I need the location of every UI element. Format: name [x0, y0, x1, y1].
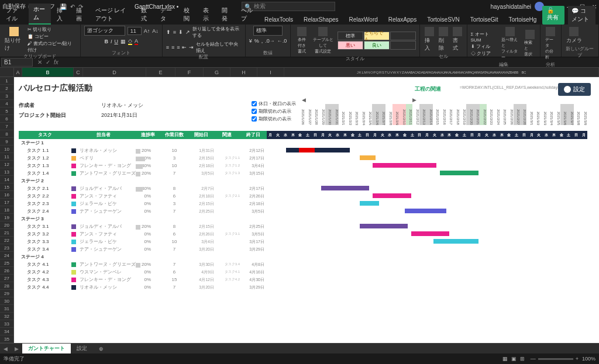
column-headers[interactable]: A B C D E F G H I J K L M N O P Q R S T …	[0, 68, 599, 77]
tab-insert[interactable]: 挿入	[52, 5, 70, 25]
share-button[interactable]: 🔓 共有	[542, 6, 564, 25]
table-row[interactable]: タスク 3.2アンス・ファティ0%62月26日タスク3.13月5日	[19, 230, 587, 238]
table-row[interactable]: タスク 1.4アントワーヌ・グリエーズ20%73月5日タスク1.33月15日	[19, 169, 587, 177]
tab-file[interactable]: ファイル	[1, 5, 27, 25]
insert-cells-button[interactable]: 挿入	[424, 26, 435, 53]
worksheet[interactable]: 1234567891011121314151617181920212223242…	[0, 77, 599, 351]
tab-relaxshapes[interactable]: RelaxShapes	[299, 15, 343, 25]
sheet-nav-next[interactable]: ▶	[11, 346, 22, 352]
tab-relaxword[interactable]: RelaxWord	[345, 15, 383, 25]
copy-button[interactable]: 📋 コピー	[27, 33, 77, 40]
table-row[interactable]: タスク 4.4リオネル・メッシ0%73月20日3月29日	[19, 283, 587, 291]
inc-decimal-icon[interactable]: .0→	[265, 38, 275, 44]
table-row[interactable]: タスク 2.2アンス・ファティ0%62月18日タスク2.12月26日	[19, 192, 587, 200]
comment-button[interactable]: 💬 コメント	[568, 6, 595, 25]
tab-relaxtools[interactable]: RelaxTools	[260, 15, 298, 25]
format-table-button[interactable]: テーブルとして 書式設定	[311, 26, 335, 56]
format-painter-button[interactable]: 🖌 書式のコピー/貼り付け	[27, 40, 77, 53]
zoom-out-icon[interactable]: —	[531, 356, 536, 362]
table-row[interactable]: タスク 3.4テア・シュテーゲン0%73月20日3月29日	[19, 245, 587, 253]
bold-button[interactable]: B	[104, 39, 108, 44]
cancel-fx-icon[interactable]: ✕	[37, 59, 42, 65]
italic-button[interactable]: I	[111, 39, 112, 44]
tab-formulas[interactable]: 数式	[136, 5, 154, 25]
table-row[interactable]: ステージ 3	[19, 215, 587, 223]
dec-decimal-icon[interactable]: ←.0	[277, 38, 287, 44]
format-cells-button[interactable]: 書式	[452, 26, 463, 53]
tab-relaxapps[interactable]: RelaxApps	[384, 15, 421, 25]
tab-hg[interactable]: TortoiseHg	[504, 15, 542, 25]
align-top-icon[interactable]: ⬆	[166, 29, 171, 35]
zoom-in-icon[interactable]: +	[576, 356, 579, 362]
tab-svn[interactable]: TortoiseSVN	[422, 15, 464, 25]
font-size-dropdown[interactable]: 11	[128, 27, 142, 35]
zoom-slider[interactable]	[538, 358, 573, 360]
sheet-nav-prev[interactable]: ◀	[0, 346, 11, 352]
name-box[interactable]: B1	[1, 58, 33, 67]
view-break-icon[interactable]: ⊞	[520, 356, 525, 362]
settings-button[interactable]: 設定	[558, 83, 591, 96]
decrease-font-icon[interactable]: A↓	[152, 28, 159, 34]
ok-fx-icon[interactable]: ✓	[46, 59, 50, 65]
tab-layout[interactable]: ページ レイアウト	[91, 5, 136, 25]
align-right-icon[interactable]: ≡	[177, 44, 180, 50]
table-row[interactable]: ステージ 4	[19, 253, 587, 261]
date-next-icon[interactable]: ▶	[412, 97, 416, 103]
analyze-button[interactable]: データ の分析	[544, 26, 557, 61]
border-button[interactable]: ▦	[121, 39, 126, 44]
currency-icon[interactable]: ¥	[249, 38, 252, 44]
table-row[interactable]: タスク 2.3ジェラール・ピケ0%32月15日2月18日	[19, 200, 587, 207]
cut-button[interactable]: ✂ 切り取り	[27, 26, 77, 33]
user-menu[interactable]: hayashidataihei	[491, 2, 545, 11]
table-row[interactable]: タスク 3.1ジョルディ・アルバ20%82月15日2月25日	[19, 223, 587, 230]
check-overdue1[interactable]: 期限切れの表示	[252, 108, 296, 115]
row-headers[interactable]: 1234567891011121314151617181920212223242…	[0, 77, 14, 351]
table-row[interactable]: タスク 1.1リオネル・メッシ20%101月31日2月12日	[19, 147, 587, 154]
orientation-icon[interactable]: ↗	[185, 29, 190, 35]
table-row[interactable]: タスク 3.3ジェラール・ピケ0%103月4日3月17日	[19, 238, 587, 245]
table-row[interactable]: タスク 1.3フレンキー・デ・ヨング30%102月18日タスク1.23月4日	[19, 162, 587, 169]
check-holidays[interactable]: 休日・祝日の表示	[252, 100, 296, 107]
font-color-button[interactable]: A	[135, 38, 138, 45]
camera-button[interactable]: カメラ	[565, 26, 583, 46]
tab-draw[interactable]: 描画	[71, 5, 89, 25]
tab-git[interactable]: TortoiseGit	[466, 15, 503, 25]
sheet-tab-settings[interactable]: 設定	[71, 344, 93, 353]
table-row[interactable]: タスク 4.2ウスマン・デンベレ0%64月9日タスク4.14月16日	[19, 268, 587, 276]
date-prev-icon[interactable]: ◀	[302, 97, 306, 103]
table-row[interactable]: タスク 1.2ペドリ40%32月15日タスク1.12月17日	[19, 154, 587, 162]
increase-font-icon[interactable]: A↑	[144, 28, 150, 34]
zoom-level[interactable]: 100%	[582, 356, 595, 362]
underline-button[interactable]: U	[114, 39, 118, 44]
find-button[interactable]: 検索と 選択	[523, 29, 536, 58]
align-mid-icon[interactable]: ≡	[173, 29, 176, 35]
font-name-dropdown[interactable]: 游ゴシック	[84, 26, 125, 36]
table-row[interactable]: タスク 2.1ジョルディ・アルバ30%82月7日2月17日	[19, 185, 587, 192]
sort-filter-button[interactable]: 並べ替えと フィルター	[500, 26, 521, 61]
cell-styles-gallery[interactable]: 標準 どちらでも… 悪い 良い	[338, 32, 416, 50]
tab-view[interactable]: 表示	[198, 5, 216, 25]
table-row[interactable]: ステージ 2	[19, 177, 587, 185]
tab-data[interactable]: データ	[156, 5, 178, 25]
cond-format-button[interactable]: 条件付き 書式	[294, 26, 309, 56]
fill-color-button[interactable]: ◇	[128, 38, 132, 45]
table-row[interactable]: タスク 2.4テア・シュテーゲン0%72月25日3月5日	[19, 207, 587, 215]
tab-help[interactable]: ヘルプ	[236, 5, 259, 25]
tab-home[interactable]: ホーム	[29, 4, 51, 25]
number-format-dropdown[interactable]: 標準	[253, 26, 283, 36]
tab-dev[interactable]: 開発	[217, 5, 235, 25]
table-row[interactable]: ステージ 1	[19, 139, 587, 147]
fill-button[interactable]: ⬇ フィル	[471, 43, 498, 50]
delete-cells-button[interactable]: 削除	[438, 26, 449, 53]
merge-button[interactable]: セルを結合して中央揃え	[196, 41, 241, 54]
comma-icon[interactable]: ,	[261, 38, 263, 44]
new-sheet-button[interactable]: ⊕	[93, 345, 109, 353]
view-normal-icon[interactable]: ▦	[502, 356, 508, 362]
percent-icon[interactable]: %	[254, 38, 259, 44]
table-row[interactable]: タスク 4.3フレンキー・デ・ヨング0%154月12日タスク4.24月30日	[19, 276, 587, 283]
indent-dec-icon[interactable]: ⇤	[182, 44, 187, 50]
table-row[interactable]: タスク 4.1アントワーヌ・グリエーズ20%73月30日タスク3.44月8日	[19, 261, 587, 268]
view-layout-icon[interactable]: ▣	[511, 356, 517, 362]
autosum-button[interactable]: Σ オート SUM	[471, 31, 498, 43]
paste-button[interactable]: 貼り付け	[4, 26, 25, 53]
